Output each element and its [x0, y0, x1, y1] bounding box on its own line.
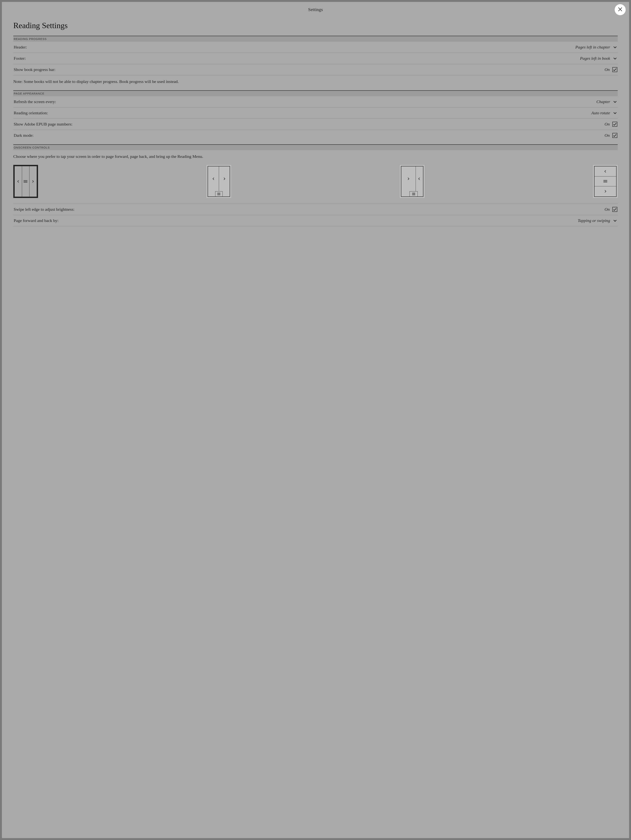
topbar-title: Settings — [308, 7, 323, 12]
orientation-label: Reading orientation: — [14, 111, 48, 115]
header-display-row[interactable]: Header: Pages left in chapter — [13, 42, 618, 53]
chevron-down-icon — [613, 99, 617, 104]
adobe-epub-label: Show Adobe EPUB page numbers: — [14, 122, 73, 127]
progress-note: Note: Some books will not be able to dis… — [13, 75, 618, 90]
chevron-down-icon — [613, 111, 617, 115]
menu-icon — [595, 176, 616, 186]
settings-panel: Settings Reading Settings READING PROGRE… — [2, 2, 629, 838]
adobe-epub-row[interactable]: Show Adobe EPUB page numbers: On — [13, 118, 618, 130]
chevron-left-icon — [595, 166, 616, 176]
section-header-page-appearance: PAGE APPEARANCE — [13, 90, 618, 96]
close-icon — [617, 7, 623, 13]
layout-option-1[interactable] — [13, 165, 38, 198]
dark-mode-row[interactable]: Dark mode: On — [13, 130, 618, 141]
refresh-value: Chapter — [596, 99, 610, 104]
swipe-brightness-label: Swipe left edge to adjust brightness: — [14, 207, 74, 212]
layout-frame — [208, 166, 230, 197]
section-header-onscreen-controls: ONSCREEN CONTROLS — [13, 144, 618, 150]
footer-display-value: Pages left in book — [580, 56, 610, 61]
progress-bar-label: Show book progress bar: — [14, 67, 55, 72]
close-button[interactable] — [615, 4, 626, 15]
adobe-epub-value: On — [604, 122, 610, 127]
orientation-row[interactable]: Reading orientation: Auto rotate — [13, 107, 618, 118]
page-turn-method-label: Page forward and back by: — [14, 218, 58, 223]
orientation-value: Auto rotate — [591, 111, 610, 115]
chevron-down-icon — [613, 45, 617, 49]
swipe-brightness-value: On — [604, 207, 610, 212]
section-header-reading-progress: READING PROGRESS — [13, 36, 618, 42]
checkbox-checked-icon — [612, 67, 617, 72]
menu-icon — [215, 191, 222, 197]
checkbox-checked-icon — [612, 207, 617, 212]
chevron-down-icon — [613, 218, 617, 223]
footer-display-label: Footer: — [14, 56, 26, 61]
onscreen-controls-intro: Choose where you prefer to tap your scre… — [13, 150, 618, 163]
chevron-right-icon — [595, 186, 616, 196]
layout-option-2[interactable] — [207, 165, 231, 198]
swipe-brightness-row[interactable]: Swipe left edge to adjust brightness: On — [13, 204, 618, 215]
refresh-row[interactable]: Refresh the screen every: Chapter — [13, 96, 618, 107]
refresh-label: Refresh the screen every: — [14, 99, 56, 104]
menu-icon — [410, 191, 418, 197]
chevron-down-icon — [613, 56, 617, 61]
header-display-label: Header: — [14, 45, 27, 50]
footer-display-row[interactable]: Footer: Pages left in book — [13, 53, 618, 64]
layout-frame — [13, 165, 38, 198]
chevron-left-icon — [208, 166, 219, 191]
dark-mode-label: Dark mode: — [14, 133, 33, 138]
chevron-left-icon — [416, 166, 423, 191]
content: Reading Settings READING PROGRESS Header… — [2, 21, 629, 226]
chevron-left-icon — [15, 166, 22, 197]
layout-frame — [594, 166, 617, 197]
dark-mode-value: On — [604, 133, 610, 138]
progress-bar-value: On — [604, 67, 610, 72]
page-title: Reading Settings — [13, 21, 618, 30]
chevron-right-icon — [29, 166, 37, 197]
layout-frame — [401, 166, 423, 197]
layout-option-4[interactable] — [593, 165, 618, 198]
chevron-right-icon — [219, 166, 230, 191]
progress-bar-row[interactable]: Show book progress bar: On — [13, 64, 618, 75]
page-turn-method-row[interactable]: Page forward and back by: Tapping or swi… — [13, 215, 618, 226]
header-display-value: Pages left in chapter — [575, 45, 610, 50]
chevron-right-icon — [401, 166, 416, 191]
checkbox-checked-icon — [612, 133, 617, 138]
layout-options — [13, 163, 618, 204]
topbar: Settings — [2, 2, 629, 17]
page-turn-method-value: Tapping or swiping — [578, 218, 610, 223]
checkbox-checked-icon — [612, 122, 617, 127]
layout-option-3[interactable] — [400, 165, 424, 198]
menu-icon — [22, 166, 29, 197]
